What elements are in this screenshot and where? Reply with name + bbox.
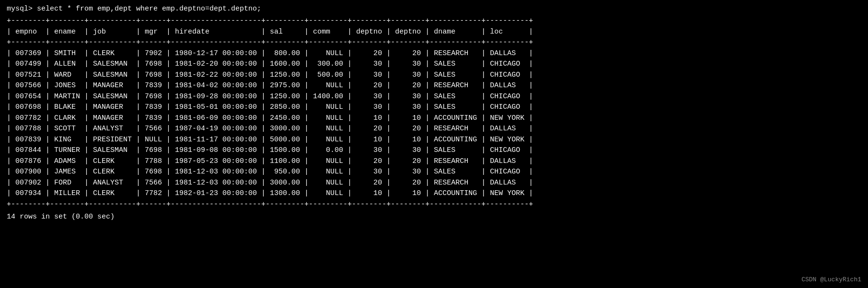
table-row: | 007844 | TURNER | SALESMAN | 7698 | 19… [7, 145, 861, 156]
bottom-separator: +--------+--------+-----------+------+--… [7, 199, 861, 210]
table-row: | 007788 | SCOTT | ANALYST | 7566 | 1987… [7, 124, 861, 135]
header-separator: +--------+--------+-----------+------+--… [7, 37, 861, 48]
table-row: | 007566 | JONES | MANAGER | 7839 | 1981… [7, 81, 861, 92]
terminal-window: mysql> select * from emp,dept where emp.… [7, 5, 861, 221]
header-row: | empno | ename | job | mgr | hiredate |… [7, 27, 861, 38]
footer-line: 14 rows in set (0.00 sec) [7, 213, 861, 221]
watermark: CSDN @LuckyRich1 [801, 276, 861, 283]
table-row: | 007876 | ADAMS | CLERK | 7788 | 1987-0… [7, 156, 861, 167]
table-row: | 007902 | FORD | ANALYST | 7566 | 1981-… [7, 178, 861, 189]
data-rows: | 007369 | SMITH | CLERK | 7902 | 1980-1… [7, 48, 861, 199]
table-row: | 007698 | BLAKE | MANAGER | 7839 | 1981… [7, 102, 861, 113]
table-row: | 007900 | JAMES | CLERK | 7698 | 1981-1… [7, 167, 861, 178]
table-row: | 007839 | KING | PRESIDENT | NULL | 198… [7, 135, 861, 146]
table-row: | 007499 | ALLEN | SALESMAN | 7698 | 198… [7, 59, 861, 70]
table-row: | 007934 | MILLER | CLERK | 7782 | 1982-… [7, 188, 861, 199]
top-separator: +--------+--------+-----------+------+--… [7, 16, 861, 27]
table-row: | 007654 | MARTIN | SALESMAN | 7698 | 19… [7, 92, 861, 103]
table-row: | 007369 | SMITH | CLERK | 7902 | 1980-1… [7, 48, 861, 59]
table-row: | 007782 | CLARK | MANAGER | 7839 | 1981… [7, 113, 861, 124]
table-row: | 007521 | WARD | SALESMAN | 7698 | 1981… [7, 70, 861, 81]
query-line: mysql> select * from emp,dept where emp.… [7, 5, 861, 13]
